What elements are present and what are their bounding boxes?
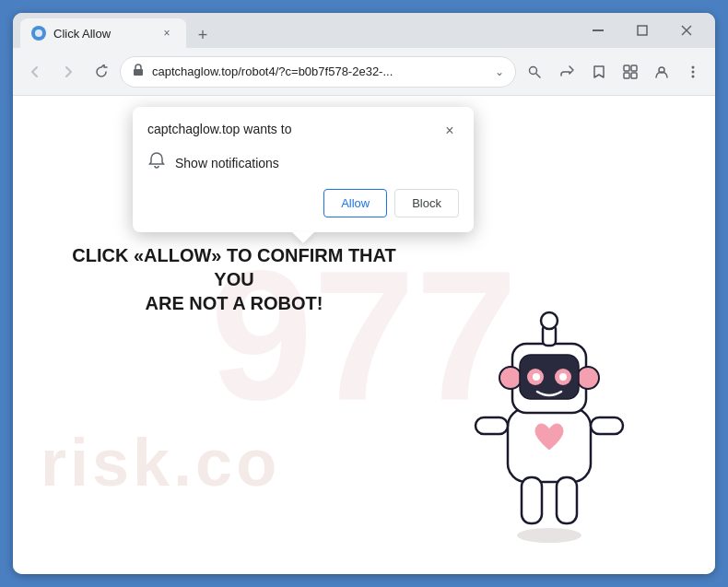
- profile-button[interactable]: [647, 57, 676, 87]
- notification-label: Show notifications: [175, 156, 279, 170]
- heading-line2: ARE NOT A ROBOT!: [146, 293, 323, 313]
- window-controls: [577, 16, 708, 45]
- tab-close-button[interactable]: ×: [159, 25, 175, 41]
- close-window-button[interactable]: [665, 16, 708, 45]
- page-content: 977 risk.co captchaglow.top wants to × S…: [13, 96, 715, 574]
- main-page-text: CLICK «ALLOW» TO CONFIRM THAT YOU ARE NO…: [59, 243, 409, 315]
- popup-header: captchaglow.top wants to ×: [147, 122, 459, 140]
- svg-point-0: [35, 29, 42, 37]
- svg-point-15: [692, 75, 695, 77]
- address-bar: captchaglow.top/robot4/?c=b0b7f578-2e32-…: [13, 48, 715, 96]
- new-tab-button[interactable]: +: [190, 22, 216, 48]
- tab-title: Click Allow: [53, 27, 151, 41]
- page-heading: CLICK «ALLOW» TO CONFIRM THAT YOU ARE NO…: [59, 243, 409, 315]
- popup-close-button[interactable]: ×: [440, 122, 459, 140]
- svg-line-7: [536, 74, 540, 77]
- url-bar[interactable]: captchaglow.top/robot4/?c=b0b7f578-2e32-…: [120, 56, 516, 88]
- watermark-risk: risk.co: [41, 425, 280, 500]
- title-bar: Click Allow × +: [13, 13, 715, 48]
- notification-popup: captchaglow.top wants to × Show notifica…: [133, 107, 474, 232]
- svg-rect-28: [476, 417, 508, 434]
- svg-rect-1: [593, 29, 604, 31]
- bell-icon: [147, 151, 166, 174]
- svg-point-13: [692, 65, 695, 68]
- svg-point-6: [530, 66, 537, 74]
- browser-window: Click Allow × +: [13, 13, 715, 574]
- svg-point-22: [577, 367, 599, 389]
- svg-point-20: [541, 312, 558, 329]
- allow-button[interactable]: Allow: [323, 189, 387, 217]
- svg-point-21: [499, 367, 522, 389]
- popup-title: captchaglow.top wants to: [147, 122, 291, 136]
- svg-rect-11: [631, 73, 637, 78]
- svg-rect-29: [591, 417, 623, 434]
- svg-rect-9: [631, 65, 637, 71]
- extensions-button[interactable]: [616, 57, 645, 87]
- more-options-button[interactable]: [678, 57, 708, 87]
- tab-favicon: [31, 26, 46, 41]
- notification-row: Show notifications: [147, 151, 459, 174]
- svg-point-27: [559, 373, 567, 381]
- svg-rect-2: [638, 26, 647, 35]
- lock-icon: [132, 64, 145, 79]
- maximize-button[interactable]: [621, 16, 663, 45]
- forward-button[interactable]: [53, 57, 83, 87]
- bookmark-button[interactable]: [584, 57, 614, 87]
- svg-rect-31: [557, 477, 577, 523]
- svg-rect-10: [624, 73, 629, 78]
- svg-point-26: [533, 373, 540, 381]
- svg-rect-30: [522, 477, 542, 523]
- svg-rect-5: [134, 69, 143, 76]
- heading-line1: CLICK «ALLOW» TO CONFIRM THAT YOU: [72, 245, 395, 289]
- url-text: captchaglow.top/robot4/?c=b0b7f578-2e32-…: [152, 65, 487, 78]
- robot-illustration: [457, 288, 641, 546]
- share-button[interactable]: [553, 57, 582, 87]
- popup-buttons: Allow Block: [147, 189, 459, 217]
- tab-bar: Click Allow × +: [20, 13, 577, 48]
- back-button[interactable]: [20, 57, 50, 87]
- svg-rect-8: [624, 65, 629, 71]
- toolbar-icons: [553, 57, 708, 87]
- svg-point-16: [517, 528, 581, 543]
- search-button[interactable]: [520, 57, 549, 87]
- svg-point-14: [692, 70, 695, 73]
- chevron-down-icon: ⌄: [495, 65, 504, 78]
- reload-button[interactable]: [87, 57, 116, 87]
- minimize-button[interactable]: [577, 16, 619, 45]
- active-tab[interactable]: Click Allow ×: [20, 18, 186, 48]
- block-button[interactable]: Block: [394, 189, 459, 217]
